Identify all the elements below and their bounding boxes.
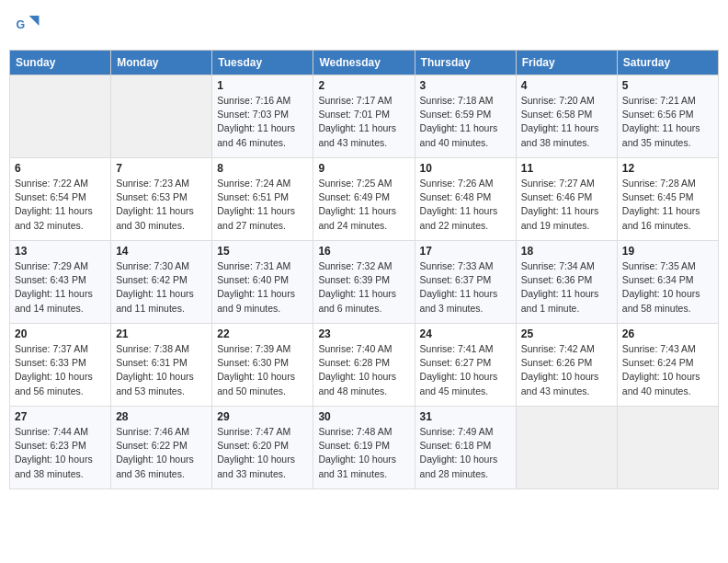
day-info: Sunrise: 7:26 AM Sunset: 6:48 PM Dayligh…	[420, 177, 511, 233]
day-number: 29	[217, 410, 308, 423]
calendar-cell: 7Sunrise: 7:23 AM Sunset: 6:53 PM Daylig…	[111, 158, 212, 241]
day-number: 19	[622, 245, 713, 258]
calendar-cell: 3Sunrise: 7:18 AM Sunset: 6:59 PM Daylig…	[415, 75, 516, 158]
calendar-cell: 25Sunrise: 7:42 AM Sunset: 6:26 PM Dayli…	[516, 324, 617, 407]
calendar-cell: 9Sunrise: 7:25 AM Sunset: 6:49 PM Daylig…	[313, 158, 415, 241]
calendar-cell: 10Sunrise: 7:26 AM Sunset: 6:48 PM Dayli…	[415, 158, 516, 241]
day-of-week-header: Sunday	[10, 51, 111, 75]
day-info: Sunrise: 7:29 AM Sunset: 6:43 PM Dayligh…	[15, 259, 106, 316]
calendar-cell: 29Sunrise: 7:47 AM Sunset: 6:20 PM Dayli…	[212, 407, 313, 489]
svg-text:G: G	[17, 18, 26, 31]
calendar-cell: 24Sunrise: 7:41 AM Sunset: 6:27 PM Dayli…	[415, 324, 516, 407]
day-number: 1	[217, 79, 308, 92]
calendar-cell: 18Sunrise: 7:34 AM Sunset: 6:36 PM Dayli…	[516, 241, 617, 324]
calendar-cell: 13Sunrise: 7:29 AM Sunset: 6:43 PM Dayli…	[10, 241, 111, 324]
day-number: 6	[15, 162, 106, 175]
calendar-cell: 27Sunrise: 7:44 AM Sunset: 6:23 PM Dayli…	[10, 407, 111, 489]
day-info: Sunrise: 7:30 AM Sunset: 6:42 PM Dayligh…	[116, 259, 207, 316]
day-of-week-header: Monday	[111, 51, 212, 75]
day-number: 26	[622, 327, 713, 340]
day-info: Sunrise: 7:34 AM Sunset: 6:36 PM Dayligh…	[521, 259, 612, 316]
calendar-cell	[516, 407, 617, 489]
page-header: G	[9, 9, 719, 42]
day-info: Sunrise: 7:25 AM Sunset: 6:49 PM Dayligh…	[318, 177, 409, 233]
day-info: Sunrise: 7:18 AM Sunset: 6:59 PM Dayligh…	[420, 94, 511, 150]
day-info: Sunrise: 7:28 AM Sunset: 6:45 PM Dayligh…	[622, 177, 713, 233]
day-info: Sunrise: 7:40 AM Sunset: 6:28 PM Dayligh…	[318, 342, 409, 398]
calendar-week-row: 20Sunrise: 7:37 AM Sunset: 6:33 PM Dayli…	[10, 324, 719, 407]
day-of-week-header: Tuesday	[212, 51, 313, 75]
calendar-cell: 16Sunrise: 7:32 AM Sunset: 6:39 PM Dayli…	[313, 241, 415, 324]
calendar-cell: 31Sunrise: 7:49 AM Sunset: 6:18 PM Dayli…	[415, 407, 516, 489]
day-number: 17	[420, 245, 511, 258]
day-number: 15	[217, 245, 308, 258]
day-number: 30	[318, 410, 409, 423]
day-number: 31	[420, 410, 511, 423]
day-info: Sunrise: 7:38 AM Sunset: 6:31 PM Dayligh…	[116, 342, 207, 398]
calendar-cell: 30Sunrise: 7:48 AM Sunset: 6:19 PM Dayli…	[313, 407, 415, 489]
calendar-cell: 12Sunrise: 7:28 AM Sunset: 6:45 PM Dayli…	[617, 158, 718, 241]
calendar-cell	[617, 407, 718, 489]
calendar-cell: 2Sunrise: 7:17 AM Sunset: 7:01 PM Daylig…	[313, 75, 415, 158]
calendar-cell: 4Sunrise: 7:20 AM Sunset: 6:58 PM Daylig…	[516, 75, 617, 158]
calendar-cell: 23Sunrise: 7:40 AM Sunset: 6:28 PM Dayli…	[313, 324, 415, 407]
calendar-week-row: 27Sunrise: 7:44 AM Sunset: 6:23 PM Dayli…	[10, 407, 719, 489]
calendar-cell: 14Sunrise: 7:30 AM Sunset: 6:42 PM Dayli…	[111, 241, 212, 324]
day-number: 9	[318, 162, 409, 175]
day-info: Sunrise: 7:46 AM Sunset: 6:22 PM Dayligh…	[116, 425, 207, 481]
calendar-cell: 28Sunrise: 7:46 AM Sunset: 6:22 PM Dayli…	[111, 407, 212, 489]
logo-icon: G	[15, 13, 40, 39]
day-number: 10	[420, 162, 511, 175]
logo: G	[15, 13, 44, 39]
calendar-cell	[10, 75, 111, 158]
day-number: 3	[420, 79, 511, 92]
day-info: Sunrise: 7:23 AM Sunset: 6:53 PM Dayligh…	[116, 177, 207, 233]
day-of-week-header: Saturday	[617, 51, 718, 75]
day-info: Sunrise: 7:47 AM Sunset: 6:20 PM Dayligh…	[217, 425, 308, 481]
day-info: Sunrise: 7:41 AM Sunset: 6:27 PM Dayligh…	[420, 342, 511, 398]
day-info: Sunrise: 7:32 AM Sunset: 6:39 PM Dayligh…	[318, 259, 409, 316]
calendar-cell: 11Sunrise: 7:27 AM Sunset: 6:46 PM Dayli…	[516, 158, 617, 241]
day-info: Sunrise: 7:21 AM Sunset: 6:56 PM Dayligh…	[622, 94, 713, 150]
day-number: 22	[217, 327, 308, 340]
calendar-week-row: 6Sunrise: 7:22 AM Sunset: 6:54 PM Daylig…	[10, 158, 719, 241]
day-number: 7	[116, 162, 207, 175]
day-number: 2	[318, 79, 409, 92]
day-of-week-header: Wednesday	[313, 51, 415, 75]
calendar-cell: 22Sunrise: 7:39 AM Sunset: 6:30 PM Dayli…	[212, 324, 313, 407]
day-number: 13	[15, 245, 106, 258]
day-info: Sunrise: 7:27 AM Sunset: 6:46 PM Dayligh…	[521, 177, 612, 233]
day-of-week-header: Friday	[516, 51, 617, 75]
calendar-week-row: 1Sunrise: 7:16 AM Sunset: 7:03 PM Daylig…	[10, 75, 719, 158]
calendar-cell: 26Sunrise: 7:43 AM Sunset: 6:24 PM Dayli…	[617, 324, 718, 407]
day-info: Sunrise: 7:43 AM Sunset: 6:24 PM Dayligh…	[622, 342, 713, 398]
day-number: 18	[521, 245, 612, 258]
day-number: 21	[116, 327, 207, 340]
day-info: Sunrise: 7:17 AM Sunset: 7:01 PM Dayligh…	[318, 94, 409, 150]
calendar-cell: 15Sunrise: 7:31 AM Sunset: 6:40 PM Dayli…	[212, 241, 313, 324]
day-number: 25	[521, 327, 612, 340]
day-info: Sunrise: 7:22 AM Sunset: 6:54 PM Dayligh…	[15, 177, 106, 233]
day-info: Sunrise: 7:20 AM Sunset: 6:58 PM Dayligh…	[521, 94, 612, 150]
day-info: Sunrise: 7:31 AM Sunset: 6:40 PM Dayligh…	[217, 259, 308, 316]
calendar-cell: 21Sunrise: 7:38 AM Sunset: 6:31 PM Dayli…	[111, 324, 212, 407]
calendar-cell: 1Sunrise: 7:16 AM Sunset: 7:03 PM Daylig…	[212, 75, 313, 158]
day-number: 4	[521, 79, 612, 92]
day-number: 8	[217, 162, 308, 175]
day-number: 27	[15, 410, 106, 423]
day-number: 11	[521, 162, 612, 175]
day-info: Sunrise: 7:16 AM Sunset: 7:03 PM Dayligh…	[217, 94, 308, 150]
day-info: Sunrise: 7:48 AM Sunset: 6:19 PM Dayligh…	[318, 425, 409, 481]
calendar-cell	[111, 75, 212, 158]
calendar-week-row: 13Sunrise: 7:29 AM Sunset: 6:43 PM Dayli…	[10, 241, 719, 324]
day-number: 14	[116, 245, 207, 258]
day-number: 28	[116, 410, 207, 423]
day-info: Sunrise: 7:24 AM Sunset: 6:51 PM Dayligh…	[217, 177, 308, 233]
day-of-week-header: Thursday	[415, 51, 516, 75]
day-info: Sunrise: 7:44 AM Sunset: 6:23 PM Dayligh…	[15, 425, 106, 481]
day-number: 23	[318, 327, 409, 340]
calendar-cell: 17Sunrise: 7:33 AM Sunset: 6:37 PM Dayli…	[415, 241, 516, 324]
calendar-table: SundayMondayTuesdayWednesdayThursdayFrid…	[9, 50, 719, 489]
day-info: Sunrise: 7:37 AM Sunset: 6:33 PM Dayligh…	[15, 342, 106, 398]
calendar-cell: 8Sunrise: 7:24 AM Sunset: 6:51 PM Daylig…	[212, 158, 313, 241]
